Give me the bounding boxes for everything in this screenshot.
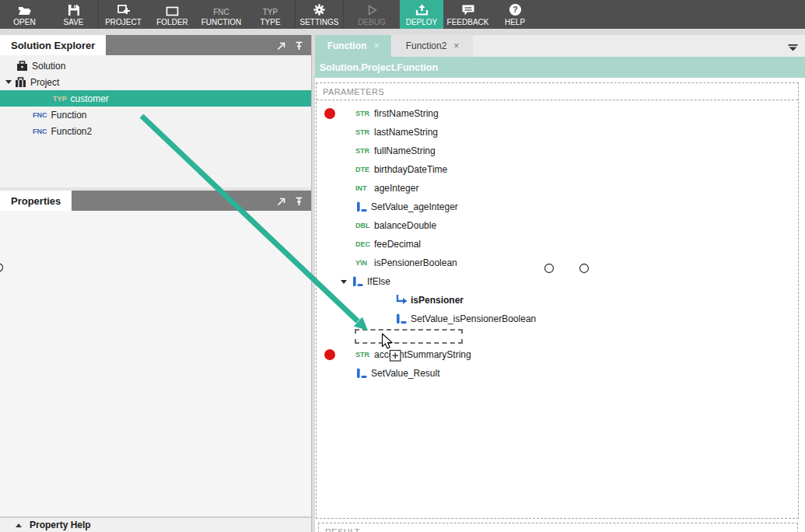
param-label: ageInteger [374, 183, 418, 194]
folder-icon [166, 2, 179, 16]
fnc-text-icon: FNC [213, 4, 229, 16]
tree-item-label: Function [51, 110, 87, 121]
typ-prefix: TYP [53, 95, 67, 103]
function-button[interactable]: FNC FUNCTION [197, 0, 246, 29]
setvalue-icon [355, 368, 367, 379]
tree-item-function2[interactable]: FNC Function2 [0, 123, 311, 139]
save-button[interactable]: SAVE [49, 0, 98, 29]
deploy-button[interactable]: DEPLOY [400, 0, 443, 29]
chevron-up-icon [16, 523, 22, 527]
properties-body [0, 211, 311, 516]
statement-label: SetValue_ageInteger [371, 201, 458, 212]
parameters-title: PARAMETERS [317, 83, 798, 100]
expander-triangle-icon[interactable] [341, 280, 347, 284]
settings-button[interactable]: SETTINGS [296, 0, 343, 29]
param-label: accountSummaryString [374, 349, 471, 360]
fnc-prefix: FNC [33, 128, 47, 135]
properties-header: Properties [0, 191, 311, 211]
popout-icon[interactable] [277, 40, 285, 54]
drop-target[interactable] [355, 329, 463, 344]
question-mark-icon: ? [509, 2, 522, 16]
open-button[interactable]: OPEN [0, 0, 49, 29]
feedback-label: FEEDBACK [447, 18, 489, 26]
breakpoint-dot[interactable] [324, 108, 335, 119]
type-prefix: STR [355, 351, 371, 359]
briefcase-icon [15, 77, 26, 88]
type-prefix: Y\N [355, 259, 371, 267]
project-add-icon [117, 2, 131, 16]
tree-item-customer[interactable]: TYP customer [0, 90, 311, 107]
expander-triangle-icon[interactable] [5, 80, 12, 84]
debug-button: DEBUG [344, 0, 400, 29]
branch-label: isPensioner [411, 295, 464, 306]
setvalue-icon [352, 276, 363, 287]
settings-label: SETTINGS [299, 18, 338, 26]
type-prefix: DTE [355, 166, 371, 173]
param-row-firstNameString[interactable]: STR firstNameString [317, 104, 798, 123]
statement-label: IfElse [367, 276, 390, 287]
parameter-rows: STR firstNameString STR lastNameString S… [317, 100, 798, 383]
param-label: birthdayDateTime [374, 164, 447, 175]
param-label: isPensionerBoolean [374, 257, 457, 268]
pin-icon[interactable] [295, 195, 303, 209]
param-label: fullNameString [374, 145, 436, 156]
result-section: RESULT [318, 523, 798, 532]
fnc-prefix: FNC [33, 111, 47, 119]
tree-item-project[interactable]: Project [0, 74, 311, 90]
play-icon [366, 2, 378, 16]
param-row-fullNameString[interactable]: STR fullNameString [317, 142, 798, 160]
param-label: feeDecimal [374, 239, 421, 250]
statement-row-ifelse[interactable]: IfElse [317, 272, 798, 291]
editor-area: Function × Function2 × Solution.Project.… [315, 35, 805, 532]
function-label: FUNCTION [201, 18, 242, 26]
help-label: HELP [505, 18, 525, 26]
type-prefix: STR [355, 128, 371, 136]
folder-button[interactable]: FOLDER [148, 0, 197, 29]
tree-item-label: customer [71, 93, 109, 104]
help-button[interactable]: ? HELP [492, 0, 537, 29]
setvalue-icon [395, 313, 407, 324]
tab-overflow-icon[interactable] [788, 41, 798, 55]
open-label: OPEN [13, 18, 35, 26]
statement-row-setvalue-ispensionerboolean[interactable]: SetValue_isPensionerBoolean [317, 310, 798, 328]
param-row-isPensionerBoolean[interactable]: Y\N isPensionerBoolean [317, 254, 798, 272]
property-help-bar[interactable]: Property Help [0, 516, 311, 532]
tab-function[interactable]: Function × [315, 35, 391, 57]
param-label: balanceDouble [374, 220, 436, 231]
tab-function2[interactable]: Function2 × [392, 35, 473, 57]
close-icon[interactable]: × [453, 40, 459, 51]
param-row-accountSummaryString[interactable]: STR accountSummaryString [317, 345, 798, 364]
statement-row-setvalue-result[interactable]: SetValue_Result [317, 364, 798, 383]
param-row-birthdayDateTime[interactable]: DTE birthdayDateTime [317, 160, 798, 179]
main-toolbar: OPEN SAVE PROJECT FOLDER FNC FUNCTION TY [0, 0, 805, 29]
type-button[interactable]: TYP TYPE [246, 0, 295, 29]
param-row-feeDecimal[interactable]: DEC feeDecimal [317, 235, 798, 254]
deploy-label: DEPLOY [406, 18, 438, 26]
statement-row-setvalue-ageinteger[interactable]: SetValue_ageInteger [317, 198, 798, 216]
left-dock: Solution Explorer Solution [0, 35, 312, 532]
tree-item-solution[interactable]: Solution [0, 58, 311, 74]
branch-row-isPensioner[interactable]: isPensioner [317, 291, 798, 310]
open-folder-icon [18, 2, 32, 16]
save-label: SAVE [64, 18, 84, 26]
breakpoint-dot[interactable] [324, 349, 335, 360]
project-button[interactable]: PROJECT [99, 0, 148, 29]
statement-label: SetValue_Result [371, 368, 440, 379]
feedback-button[interactable]: FEEDBACK [443, 0, 492, 29]
tab-label: Function [327, 40, 367, 51]
deploy-tray-icon [415, 2, 429, 16]
tree-item-label: Function2 [51, 126, 93, 137]
param-row-balanceDouble[interactable]: DBL balanceDouble [317, 216, 798, 235]
close-icon[interactable]: × [373, 40, 379, 51]
param-row-lastNameString[interactable]: STR lastNameString [317, 123, 798, 142]
type-label: TYPE [260, 18, 280, 26]
param-row-ageInteger[interactable]: INT ageInteger [317, 179, 798, 198]
drop-target-row [317, 328, 798, 345]
popout-icon[interactable] [277, 195, 285, 209]
result-title: RESULT [319, 523, 797, 532]
project-label: PROJECT [105, 18, 142, 26]
tree-item-label: Solution [32, 61, 65, 72]
pin-icon[interactable] [295, 40, 303, 54]
tree-item-function[interactable]: FNC Function [0, 107, 311, 123]
app-window: OPEN SAVE PROJECT FOLDER FNC FUNCTION TY [0, 0, 805, 532]
